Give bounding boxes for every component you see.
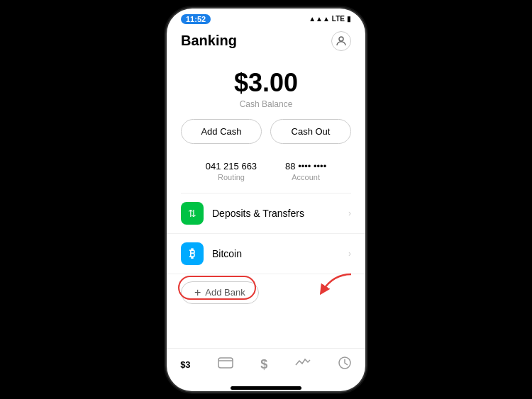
routing-item: 041 215 663 Routing: [206, 161, 257, 181]
deposits-chevron-icon: ›: [348, 208, 351, 218]
account-item: 88 •••• •••• Account: [285, 161, 326, 181]
card-icon: [218, 357, 233, 372]
bitcoin-item[interactable]: ₿ Bitcoin ›: [167, 234, 365, 274]
nav-balance[interactable]: $3: [180, 359, 190, 370]
status-time: 11:52: [181, 14, 211, 24]
routing-label: Routing: [218, 173, 245, 181]
account-label: Account: [292, 173, 320, 181]
nav-card[interactable]: [218, 357, 233, 372]
action-buttons: Add Cash Cash Out: [167, 119, 365, 155]
add-bank-label: Add Bank: [205, 287, 245, 298]
clock-icon: [338, 356, 352, 373]
bitcoin-label: Bitcoin: [212, 248, 348, 259]
bitcoin-icon: ₿: [181, 242, 204, 265]
balance-section: $3.00 Cash Balance: [167, 57, 365, 119]
add-bank-button[interactable]: + Add Bank: [181, 281, 259, 304]
nav-clock[interactable]: [338, 356, 352, 373]
svg-rect-2: [218, 358, 233, 368]
bitcoin-chevron-icon: ›: [348, 249, 351, 259]
balance-label: Cash Balance: [240, 99, 293, 109]
cash-out-button[interactable]: Cash Out: [270, 119, 351, 144]
balance-amount: $3.00: [234, 68, 298, 98]
routing-section: 041 215 663 Routing 88 •••• •••• Account: [167, 155, 365, 193]
dollar-icon: $: [260, 357, 267, 372]
deposits-icon: ⇅: [181, 202, 204, 225]
add-cash-button[interactable]: Add Cash: [181, 119, 262, 144]
deposits-transfers-item[interactable]: ⇅ Deposits & Transfers ›: [167, 193, 365, 234]
home-indicator: [231, 386, 301, 390]
nav-balance-label: $3: [180, 359, 190, 370]
plus-icon: +: [194, 286, 201, 299]
avatar-icon[interactable]: [331, 31, 351, 51]
phone-frame: 11:52 ▲▲▲ LTE ▮ Banking $3.00 Cash Balan…: [167, 9, 365, 391]
add-bank-container: + Add Bank: [167, 274, 365, 310]
network-label: LTE: [332, 15, 345, 23]
account-number: 88 •••• ••••: [285, 161, 326, 172]
svg-point-0: [339, 37, 343, 41]
activity-icon: [295, 356, 311, 373]
bottom-nav: $3 $: [167, 348, 365, 383]
signal-icon: ▲▲▲: [309, 15, 330, 23]
red-arrow-annotation: [312, 271, 355, 306]
nav-dollar[interactable]: $: [260, 357, 267, 372]
page-title: Banking: [181, 33, 237, 49]
header: Banking: [167, 27, 365, 57]
routing-number: 041 215 663: [206, 161, 257, 172]
status-icons: ▲▲▲ LTE ▮: [309, 15, 351, 23]
status-bar: 11:52 ▲▲▲ LTE ▮: [167, 9, 365, 27]
battery-icon: ▮: [347, 15, 351, 23]
deposits-label: Deposits & Transfers: [212, 208, 348, 219]
nav-activity[interactable]: [295, 356, 311, 373]
